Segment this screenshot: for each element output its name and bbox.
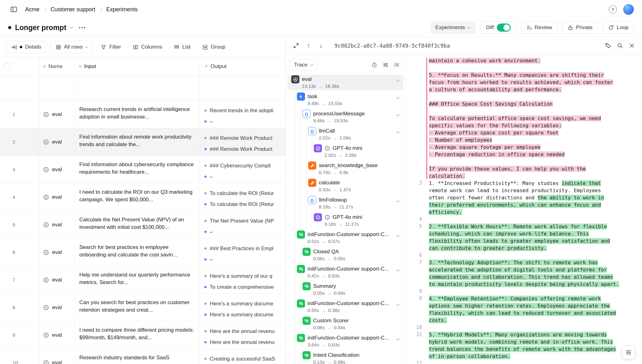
close-icon[interactable] — [627, 41, 636, 50]
diff-line-number — [406, 79, 425, 86]
more-menu-button[interactable] — [76, 27, 88, 28]
trace-row[interactable]: task 9.49s → 15.53s — [287, 92, 403, 108]
diff-line: maintain a cohesive work environment. — [406, 57, 642, 64]
row-number: 10 — [13, 360, 18, 364]
group-button[interactable]: Group — [198, 41, 229, 53]
collapse-all-icon[interactable] — [392, 60, 402, 70]
span-type-icon: % — [297, 299, 305, 308]
help-icon[interactable]: ? — [609, 5, 617, 13]
trace-view-dropdown[interactable]: Trace — [289, 59, 318, 71]
review-button[interactable]: Review — [521, 21, 558, 34]
top-bar: Acme Customer support Experiments ? — [0, 0, 642, 19]
trace-row[interactable]: () processUserMessage 9.48s → 15.53s — [287, 109, 403, 125]
sliders-icon[interactable] — [381, 60, 390, 70]
expand-panel-icon[interactable] — [291, 41, 301, 50]
span-type-icon: % — [303, 282, 311, 290]
breadcrumb-item-experiments[interactable]: Experiments — [106, 6, 138, 13]
tag-icon[interactable] — [603, 41, 613, 50]
breadcrumb-item-acme[interactable]: Acme — [25, 6, 39, 13]
diff-line: - Percentage reduction in office space n… — [406, 151, 642, 158]
chevron-right-icon — [44, 8, 47, 11]
diff-line-number — [406, 201, 425, 208]
span-duration-b: 0.05s — [334, 256, 345, 261]
trace-row[interactable]: % initFunction-Customer support-C... 3.6… — [287, 333, 403, 349]
view-selector-dropdown[interactable]: Experiments — [430, 21, 476, 34]
diff-line-number: 11 — [406, 331, 425, 338]
trace-row[interactable]: % initFunction-Customer support-C... 0.5… — [287, 299, 403, 314]
eval-target-icon — [43, 139, 49, 145]
next-row-arrow-icon[interactable]: ↓ — [316, 41, 326, 50]
filter-button[interactable]: Filter — [97, 41, 125, 53]
search-icon[interactable] — [615, 41, 624, 50]
span-duration-a: 6.18s — [324, 221, 336, 227]
select-all-checkbox[interactable] — [4, 63, 10, 70]
span-duration-b: 16.36s — [325, 83, 339, 89]
trace-row[interactable]: % Custom Scorer 0.06s → 0.04s — [287, 316, 403, 332]
timer-icon[interactable] — [370, 60, 379, 70]
sidebar-toggle-icon[interactable] — [8, 4, 19, 15]
trace-row[interactable]: % initFunction-Customer support-C... 0.5… — [287, 230, 403, 245]
list-button[interactable]: List — [170, 41, 194, 53]
columns-button[interactable]: Columns — [129, 41, 166, 53]
diff-line-number — [406, 317, 425, 324]
loop-button[interactable]: Loop — [603, 21, 634, 34]
trace-row[interactable]: % initFunction-Customer support-C... 0.4… — [287, 264, 403, 280]
row-input: Calculate the Net Present Value (NPV) of… — [79, 216, 195, 231]
row-name: eval — [52, 194, 62, 200]
eval-target-icon — [43, 360, 49, 364]
trace-row[interactable]: % Summary 0.05s → 0.04s — [287, 282, 403, 297]
trace-row[interactable]: % Closed QA 0.06s → 0.05s — [287, 247, 403, 263]
diff-toggle-pill[interactable]: Diff — [481, 21, 516, 34]
span-type-icon — [308, 161, 316, 170]
span-type-icon — [314, 213, 322, 221]
avatar[interactable] — [623, 4, 634, 15]
span-duration-b: 0.04s — [334, 290, 345, 296]
column-header-name[interactable]: Name — [48, 63, 62, 70]
openai-icon — [324, 214, 330, 220]
arrow-right-icon: → — [327, 325, 332, 330]
diff-line: 8 — [406, 288, 642, 295]
row-name: eval — [52, 139, 62, 145]
view-selector-label: Experiments — [435, 24, 465, 31]
breadcrumb-item-customer-support[interactable]: Customer support — [50, 6, 95, 13]
diff-toggle-switch[interactable] — [497, 24, 511, 32]
previous-row-arrow-icon[interactable]: ↑ — [304, 41, 313, 50]
diff-line-number — [406, 115, 425, 122]
diff-line-number — [406, 158, 425, 165]
trace-row[interactable]: search_knowledge_base 0.74s → 0.8s — [287, 161, 403, 177]
row-number: 3 — [13, 167, 15, 172]
trace-row[interactable]: () llmFollowup 6.18s → 11.27s — [287, 195, 403, 211]
trace-row[interactable]: eval 13.13s → 16.36s — [287, 75, 403, 90]
private-button[interactable]: Private — [562, 21, 598, 34]
arrow-right-icon: → — [318, 83, 323, 89]
span-duration-a: 0.53s — [319, 187, 330, 192]
arrow-right-icon: → — [338, 152, 343, 158]
column-header-output[interactable]: Output — [210, 63, 226, 70]
trace-row[interactable]: GPT-4o mini 6.18s → 11.27s — [287, 213, 403, 228]
diff-viewer[interactable]: maintain a cohesive work environment. 5.… — [406, 55, 642, 364]
trace-row[interactable]: calculate 0.53s → 1.37s — [287, 178, 403, 194]
span-duration-a: 9.49s — [308, 101, 319, 106]
diff-line-number — [406, 281, 425, 288]
row-filter-dropdown[interactable]: All rows — [50, 41, 93, 53]
diff-line-number — [406, 346, 425, 353]
trace-row[interactable]: () llmCall 2.02s → 2.09s — [287, 126, 403, 142]
row-name: eval — [52, 111, 62, 118]
chevron-down-icon[interactable] — [70, 25, 73, 29]
experiment-title[interactable]: Longer prompt — [15, 24, 66, 32]
review-checklist-icon — [526, 25, 532, 30]
eval-target-icon — [43, 332, 49, 338]
eval-target-icon — [43, 194, 49, 200]
diff-line-number: 8 — [406, 288, 425, 295]
floating-logs-button[interactable] — [622, 346, 635, 359]
trace-row[interactable]: % Intent Classification 0.13s → 0.08s — [287, 351, 403, 364]
column-header-input[interactable]: Input — [84, 63, 96, 70]
arrow-right-icon: → — [333, 204, 337, 209]
diff-line-number: 6 — [406, 252, 425, 259]
diff-line: - Average office space cost per square f… — [406, 129, 642, 136]
details-button[interactable]: Details — [6, 41, 47, 53]
trace-row[interactable]: GPT-4o mini 2.02s → 2.09s — [287, 144, 403, 159]
diff-line-number — [406, 230, 425, 237]
diff-line: efficiency. — [406, 208, 642, 216]
diff-line: 4 — [406, 216, 642, 223]
